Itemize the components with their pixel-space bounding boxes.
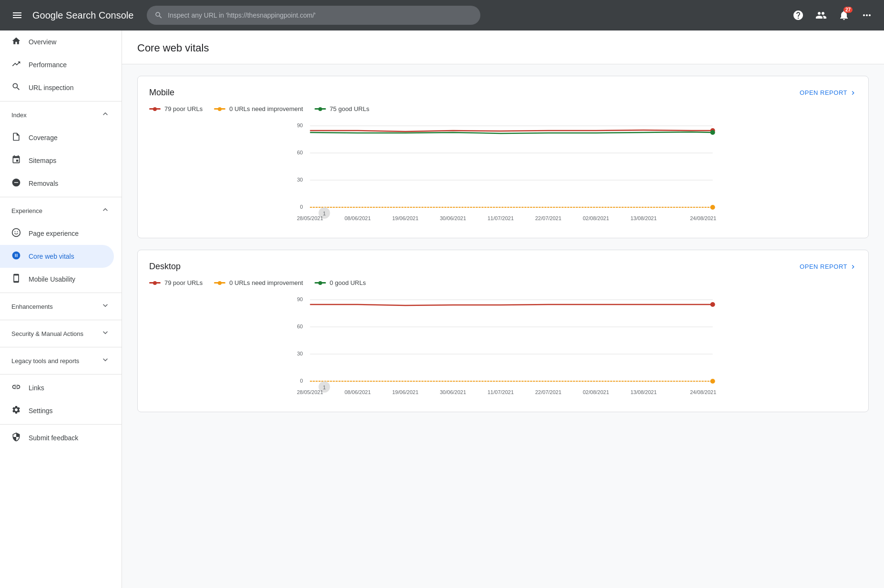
mobile-x-7: 02/08/2021 xyxy=(583,215,609,221)
content-body: Mobile OPEN REPORT 79 poor URLs 0 URLs n… xyxy=(122,64,884,435)
mobile-x-4: 30/06/2021 xyxy=(440,215,466,221)
sidebar-performance-label: Performance xyxy=(29,61,67,69)
sidebar-item-links[interactable]: Links xyxy=(0,376,114,399)
search-input[interactable] xyxy=(168,11,473,19)
mobile-legend-poor: 79 poor URLs xyxy=(149,105,203,112)
mobile-legend-poor-line xyxy=(149,108,161,110)
svg-text:1: 1 xyxy=(323,211,325,216)
sidebar-item-overview[interactable]: Overview xyxy=(0,30,114,53)
help-button[interactable] xyxy=(789,6,808,25)
divider-6 xyxy=(0,374,122,375)
sidebar-removals-label: Removals xyxy=(29,180,58,187)
mobile-y-90: 90 xyxy=(297,122,303,128)
desktop-x-4: 30/06/2021 xyxy=(440,389,466,395)
search-bar[interactable] xyxy=(147,6,480,25)
page-title: Core web vitals xyxy=(137,42,869,54)
mobile-y-60: 60 xyxy=(297,150,303,155)
mobile-open-report-label: OPEN REPORT xyxy=(800,89,847,96)
mobile-x-8: 13/08/2021 xyxy=(630,215,657,221)
svg-point-2 xyxy=(17,231,18,232)
menu-button[interactable] xyxy=(8,6,27,25)
mobile-legend-good: 75 good URLs xyxy=(315,105,369,112)
accounts-button[interactable] xyxy=(812,6,831,25)
mobile-card: Mobile OPEN REPORT 79 poor URLs 0 URLs n… xyxy=(137,76,869,238)
mobile-legend-poor-label: 79 poor URLs xyxy=(164,105,203,112)
desktop-legend-good-label: 0 good URLs xyxy=(330,279,366,286)
desktop-open-report-link[interactable]: OPEN REPORT xyxy=(800,263,857,271)
desktop-legend-improvement-line xyxy=(214,282,225,284)
mobile-chevron-right-icon xyxy=(849,89,857,97)
content-area: Core web vitals Mobile OPEN REPORT 79 po… xyxy=(122,30,884,588)
sidebar-item-mobile-usability[interactable]: Mobile Usability xyxy=(0,268,114,291)
url-inspection-icon xyxy=(11,82,21,94)
security-section-label: Security & Manual Actions xyxy=(11,330,83,337)
sidebar-section-enhancements[interactable]: Enhancements xyxy=(0,295,122,318)
desktop-card: Desktop OPEN REPORT 79 poor URLs 0 URLs … xyxy=(137,250,869,412)
links-icon xyxy=(11,382,21,394)
sidebar-section-security[interactable]: Security & Manual Actions xyxy=(0,322,122,345)
sidebar-feedback-label: Submit feedback xyxy=(29,434,78,442)
desktop-y-90: 90 xyxy=(297,296,303,302)
enhancements-chevron-icon xyxy=(101,301,110,313)
mobile-x-3: 19/06/2021 xyxy=(392,215,418,221)
desktop-x-6: 22/07/2021 xyxy=(535,389,561,395)
desktop-chevron-right-icon xyxy=(849,263,857,271)
divider-4 xyxy=(0,320,122,320)
sidebar-url-inspection-label: URL inspection xyxy=(29,84,73,91)
desktop-y-60: 60 xyxy=(297,324,303,329)
desktop-card-header: Desktop OPEN REPORT xyxy=(149,262,857,272)
sidebar-item-settings[interactable]: Settings xyxy=(0,399,114,422)
sidebar-item-core-web-vitals[interactable]: Core web vitals xyxy=(0,245,114,268)
mobile-x-5: 11/07/2021 xyxy=(488,215,514,221)
mobile-legend-improvement-line xyxy=(214,108,225,110)
sidebar-mobile-usability-label: Mobile Usability xyxy=(29,275,75,283)
sidebar-section-index[interactable]: Index xyxy=(0,103,122,126)
sidebar-item-coverage[interactable]: Coverage xyxy=(0,126,114,149)
sidebar-sitemaps-label: Sitemaps xyxy=(29,157,56,164)
index-section-label: Index xyxy=(11,112,27,119)
mobile-y-30: 30 xyxy=(297,177,303,182)
search-icon xyxy=(154,11,163,20)
notifications-button[interactable]: 27 xyxy=(834,6,854,25)
sidebar-item-sitemaps[interactable]: Sitemaps xyxy=(0,149,114,172)
sidebar-coverage-label: Coverage xyxy=(29,134,58,142)
svg-point-17 xyxy=(711,379,715,384)
sidebar-item-url-inspection[interactable]: URL inspection xyxy=(0,76,114,99)
main-layout: Overview Performance URL inspection Inde… xyxy=(0,30,884,588)
divider-5 xyxy=(0,347,122,347)
divider-2 xyxy=(0,197,122,197)
experience-section-label: Experience xyxy=(11,207,42,214)
sidebar-item-page-experience[interactable]: Page experience xyxy=(0,222,114,245)
legacy-section-label: Legacy tools and reports xyxy=(11,357,79,365)
mobile-chart: 90 60 30 0 xyxy=(149,120,857,226)
performance-icon xyxy=(11,59,21,71)
page-experience-icon xyxy=(11,228,21,240)
mobile-usability-icon xyxy=(11,274,21,285)
desktop-open-report-label: OPEN REPORT xyxy=(800,263,847,270)
desktop-x-8: 13/08/2021 xyxy=(630,389,657,395)
desktop-legend-good: 0 good URLs xyxy=(315,279,366,286)
svg-point-8 xyxy=(711,130,715,135)
mobile-open-report-link[interactable]: OPEN REPORT xyxy=(800,89,857,97)
svg-point-9 xyxy=(711,205,715,210)
svg-point-0 xyxy=(12,228,20,236)
core-web-vitals-icon xyxy=(11,251,21,263)
desktop-x-2: 08/06/2021 xyxy=(345,389,371,395)
divider-1 xyxy=(0,101,122,101)
mobile-legend: 79 poor URLs 0 URLs need improvement 75 … xyxy=(149,105,857,112)
desktop-card-title: Desktop xyxy=(149,262,181,272)
desktop-chart-svg: 90 60 30 0 xyxy=(149,294,857,399)
logo: Google Search Console xyxy=(32,10,133,21)
apps-button[interactable] xyxy=(857,6,876,25)
sidebar-item-submit-feedback[interactable]: Submit feedback xyxy=(0,426,114,449)
desktop-x-1: 28/05/2021 xyxy=(297,389,323,395)
mobile-x-2: 08/06/2021 xyxy=(345,215,371,221)
desktop-legend-poor-line xyxy=(149,282,161,284)
desktop-legend-improvement-label: 0 URLs need improvement xyxy=(229,279,303,286)
sidebar-item-removals[interactable]: Removals xyxy=(0,172,114,195)
sidebar-item-performance[interactable]: Performance xyxy=(0,53,114,76)
sidebar-section-legacy[interactable]: Legacy tools and reports xyxy=(0,349,122,372)
settings-icon xyxy=(11,405,21,417)
sidebar-section-experience[interactable]: Experience xyxy=(0,199,122,222)
mobile-card-title: Mobile xyxy=(149,88,174,98)
